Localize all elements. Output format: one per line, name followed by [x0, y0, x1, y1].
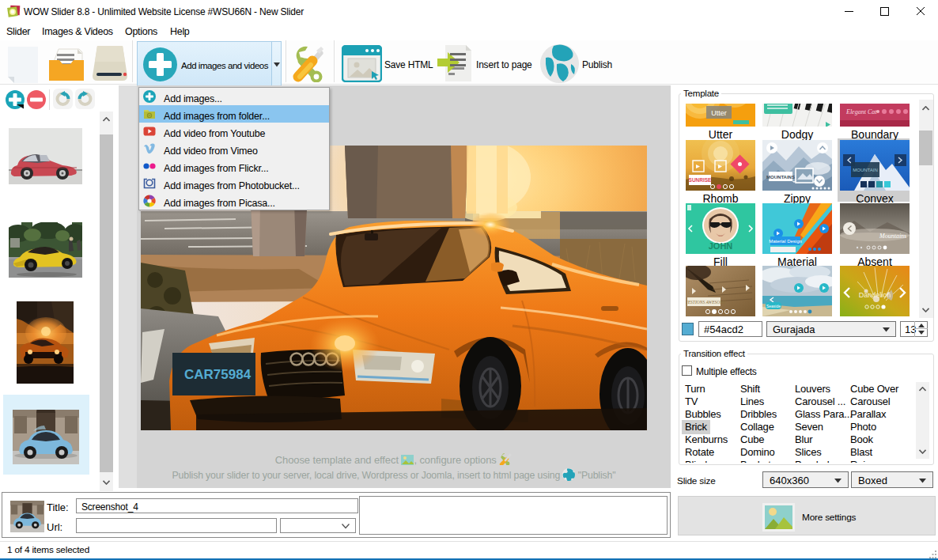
svg-text:Dandelion: Dandelion [859, 291, 891, 299]
svg-text:Seaside: Seaside [766, 304, 781, 308]
svg-text:JOHN: JOHN [709, 241, 733, 251]
svg-text:Elegant Cat: Elegant Cat [845, 108, 877, 115]
svg-text:SUNRISE: SUNRISE [689, 177, 713, 183]
svg-text:Utter: Utter [711, 109, 727, 117]
svg-text:Mountains: Mountains [879, 233, 906, 240]
svg-text:OUESTIONS AWESOME: OUESTIONS AWESOME [686, 300, 727, 305]
svg-text:Material Design: Material Design [769, 239, 802, 244]
svg-text:MOUNTAINS: MOUNTAINS [766, 175, 795, 180]
svg-text:MOUNTAIN: MOUNTAIN [853, 168, 878, 172]
